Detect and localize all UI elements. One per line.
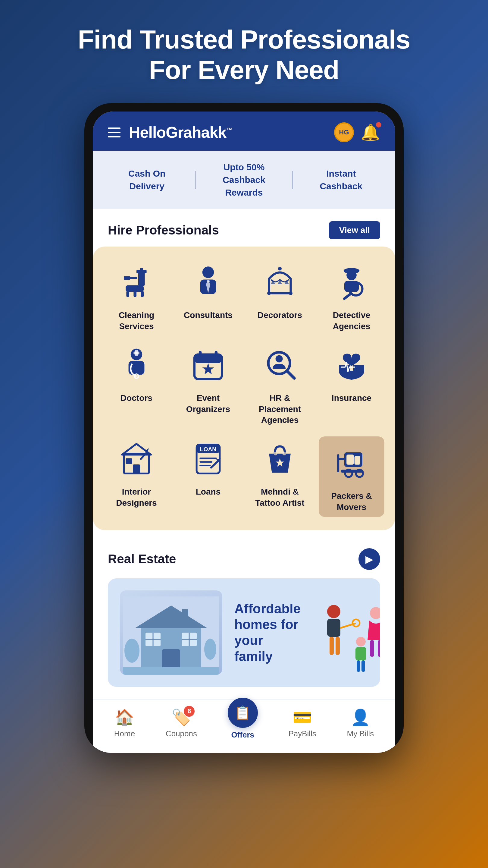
svg-rect-78 (327, 619, 340, 637)
offers-icon: 📋 (228, 698, 258, 728)
svg-rect-41 (126, 458, 132, 464)
svg-point-64 (124, 639, 139, 663)
svg-point-83 (370, 607, 380, 619)
prof-hr-placement-label: HR &PlacementAgencies (259, 393, 301, 426)
svg-rect-75 (182, 609, 188, 622)
nav-offers-label: Offers (231, 730, 254, 740)
prof-doctors-label: Doctors (121, 393, 153, 404)
real-estate-tagline: Affordable homes foryour family (234, 601, 301, 664)
app-logo: HelloGrahakk™ (129, 123, 233, 141)
real-estate-arrow-button[interactable]: ▶ (358, 548, 380, 570)
svg-rect-4 (124, 276, 130, 280)
bell-icon[interactable]: 🔔 (361, 123, 380, 142)
svg-point-77 (327, 605, 340, 618)
phone-screen: HelloGrahakk™ HG 🔔 Cash OnDelivery Upto … (93, 112, 395, 753)
svg-point-37 (275, 355, 283, 363)
nav-my-bills-label: My Bills (347, 729, 374, 738)
house-illustration (120, 590, 222, 675)
svg-point-14 (289, 291, 293, 295)
my-bills-icon: 👤 (351, 708, 370, 727)
prof-insurance-label: Insurance (332, 393, 371, 404)
coin-badge[interactable]: HG (334, 122, 354, 142)
prof-doctors[interactable]: Doctors (104, 343, 169, 426)
svg-rect-87 (355, 647, 366, 660)
home-icon: 🏠 (115, 708, 134, 727)
prof-event-organizers[interactable]: EventOrganizers (175, 343, 241, 426)
svg-rect-57 (355, 456, 360, 465)
nav-item-my-bills[interactable]: 👤 My Bills (347, 708, 374, 738)
prof-decorators-label: Decorators (258, 310, 302, 321)
view-all-button[interactable]: View all (329, 221, 380, 239)
svg-rect-68 (162, 649, 180, 669)
svg-rect-84 (370, 640, 374, 657)
nav-item-paybills[interactable]: 💳 PayBills (288, 708, 316, 738)
promo-bar: Cash OnDelivery Upto 50%CashbackRewards … (93, 151, 395, 209)
nav-item-home[interactable]: 🏠 Home (114, 708, 135, 738)
family-illustration (313, 590, 380, 675)
svg-rect-12 (207, 280, 210, 282)
svg-point-82 (352, 619, 360, 627)
svg-rect-8 (141, 291, 144, 297)
prof-interior-designers-label: InteriorDesigners (116, 487, 157, 508)
bottom-nav: 🏠 Home 🏷️ 8 Coupons 📋 Offers 💳 PayBills … (93, 699, 395, 753)
svg-rect-5 (126, 285, 144, 292)
hamburger-menu-icon[interactable] (108, 127, 121, 137)
prof-cleaning-services[interactable]: CleaningServices (104, 260, 169, 332)
svg-rect-88 (357, 660, 360, 672)
svg-line-36 (287, 371, 294, 378)
prof-packers-movers[interactable]: Packers &Movers (319, 436, 384, 517)
svg-point-53 (274, 452, 278, 456)
svg-rect-32 (199, 351, 202, 358)
prof-insurance[interactable]: Insurance (319, 343, 384, 426)
prof-packers-movers-label: Packers &Movers (331, 491, 372, 513)
svg-rect-6 (126, 291, 129, 297)
svg-marker-34 (202, 363, 214, 374)
svg-rect-56 (347, 455, 354, 465)
svg-rect-33 (215, 351, 218, 358)
nav-paybills-label: PayBills (288, 729, 316, 738)
svg-point-21 (347, 270, 357, 281)
real-estate-title: Real Estate (108, 552, 176, 566)
prof-consultants[interactable]: Consultants (175, 260, 241, 332)
coupons-badge: 8 (184, 706, 195, 717)
svg-rect-31 (194, 354, 222, 363)
hero-title: Find Trusted Professionals For Every Nee… (78, 24, 410, 85)
prof-decorators[interactable]: Decorators (247, 260, 313, 332)
promo-item-cashback-rewards: Upto 50%CashbackRewards (196, 161, 292, 199)
svg-point-15 (278, 267, 282, 271)
app-header: HelloGrahakk™ HG 🔔 (93, 112, 395, 151)
real-estate-section: Real Estate ▶ (93, 536, 395, 699)
nav-coupons-label: Coupons (166, 729, 197, 738)
svg-point-86 (356, 637, 366, 647)
svg-rect-0 (138, 272, 145, 286)
svg-rect-76 (123, 667, 219, 675)
nav-item-coupons[interactable]: 🏷️ 8 Coupons (166, 708, 197, 738)
svg-rect-85 (378, 640, 380, 657)
phone-frame: HelloGrahakk™ HG 🔔 Cash OnDelivery Upto … (84, 103, 404, 753)
prof-event-organizers-label: EventOrganizers (186, 393, 230, 415)
svg-rect-24 (344, 281, 359, 292)
hire-section-title: Hire Professionals (108, 223, 219, 238)
prof-mehndi-tattoo-label: Mehndi &Tattoo Artist (255, 487, 304, 508)
svg-point-65 (204, 639, 216, 660)
prof-hr-placement[interactable]: HR &PlacementAgencies (247, 343, 313, 426)
real-estate-card: Affordable homes foryour family (108, 578, 380, 687)
professionals-grid: CleaningServices Consultants (93, 247, 395, 530)
svg-rect-7 (133, 291, 136, 297)
svg-rect-62 (341, 470, 363, 473)
prof-interior-designers[interactable]: InteriorDesigners (104, 436, 169, 517)
nav-home-label: Home (114, 729, 135, 738)
svg-rect-40 (133, 464, 140, 473)
svg-rect-80 (335, 637, 340, 655)
prof-loans[interactable]: LOAN Loans (175, 436, 241, 517)
nav-item-offers[interactable]: 📋 Offers (228, 707, 258, 740)
prof-mehndi-tattoo[interactable]: Mehndi &Tattoo Artist (247, 436, 313, 517)
prof-detective-agencies[interactable]: DetectiveAgencies (319, 260, 384, 332)
svg-rect-59 (337, 454, 339, 472)
paybills-icon: 💳 (293, 708, 312, 727)
prof-cleaning-services-label: CleaningServices (119, 310, 154, 332)
svg-rect-89 (361, 660, 365, 672)
svg-point-13 (267, 291, 271, 295)
prof-detective-agencies-label: DetectiveAgencies (333, 310, 370, 332)
svg-line-23 (344, 294, 350, 299)
